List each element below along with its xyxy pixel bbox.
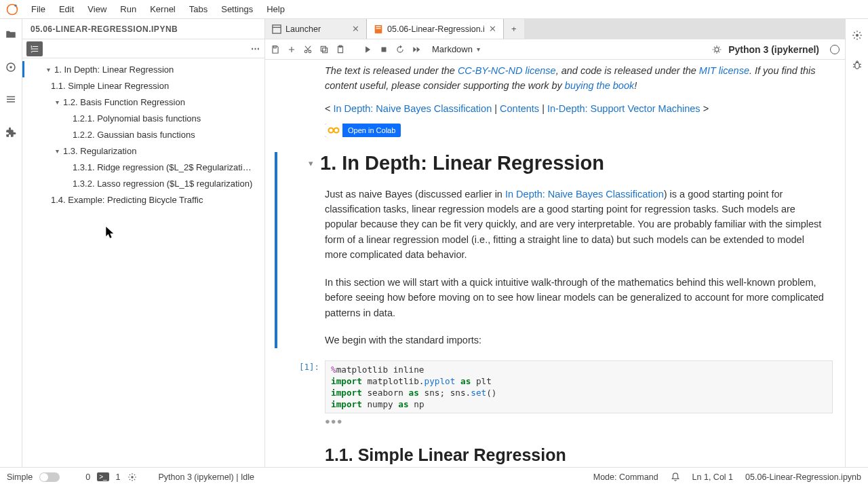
toc-item-label: 1.1. Simple Linear Regression	[51, 81, 169, 91]
code-prompt: [1]:	[295, 360, 325, 414]
toc-item-1-2-2[interactable]: 1.2.2. Gaussian basis functions	[22, 126, 264, 143]
close-icon[interactable]: ✕	[352, 24, 359, 34]
nav-next-link[interactable]: In-Depth: Support Vector Machines	[547, 103, 701, 114]
menu-settings[interactable]: Settings	[214, 1, 260, 17]
fast-forward-icon[interactable]	[412, 45, 421, 54]
toc-item-label: 1.3.2. Lasso regression ($L_1$ regulariz…	[73, 179, 252, 189]
status-line-col[interactable]: Ln 1, Col 1	[692, 472, 733, 482]
notification-icon[interactable]	[671, 472, 680, 482]
toc-item-1-3-2[interactable]: 1.3.2. Lasso regression ($L_1$ regulariz…	[22, 175, 264, 191]
status-kernel[interactable]: Python 3 (ipykernel) | Idle	[159, 472, 255, 482]
menu-kernel[interactable]: Kernel	[143, 1, 182, 17]
paste-icon[interactable]	[336, 45, 345, 54]
chevron-down-icon[interactable]: ▾	[309, 158, 313, 168]
toc-item-1-3[interactable]: ▾1.3. Regularization	[22, 143, 264, 159]
mouse-cursor-icon	[106, 227, 115, 240]
restart-icon[interactable]	[395, 45, 405, 54]
toc-tree: ▾1. In Depth: Linear Regression 1.1. Sim…	[22, 58, 264, 210]
svg-rect-11	[323, 48, 328, 52]
chapter-nav: < In Depth: Naive Bayes Classification |…	[275, 103, 833, 114]
folder-icon[interactable]	[5, 29, 17, 41]
svg-point-1	[14, 4, 16, 6]
toc-sidebar-header: 05.06-Linear-Regression.ipynb	[22, 19, 264, 39]
toc-more-button[interactable]: ⋯	[251, 43, 260, 54]
cell-type-select[interactable]: Markdown ▾	[432, 44, 480, 54]
menu-file[interactable]: File	[24, 1, 52, 17]
extensions-icon[interactable]	[5, 126, 17, 138]
toc-item-1-1[interactable]: 1.1. Simple Linear Regression	[22, 77, 264, 94]
tab-launcher[interactable]: Launcher ✕	[265, 19, 367, 39]
menu-tabs[interactable]: Tabs	[182, 1, 214, 17]
svg-rect-12	[321, 46, 326, 51]
jupyter-logo-icon	[5, 3, 19, 16]
svg-rect-7	[376, 28, 381, 29]
svg-point-21	[131, 476, 134, 479]
add-tab-button[interactable]: +	[504, 19, 524, 39]
notebook-intro-text: The text is released under the CC-BY-NC-…	[275, 64, 833, 94]
list-numbered-icon	[30, 44, 39, 54]
terminal-icon[interactable]: >_	[97, 472, 108, 481]
buy-book-link[interactable]: buying the book	[565, 80, 634, 91]
toc-item-label: 1.2.2. Gaussian basis functions	[73, 130, 195, 140]
markdown-cell-h1[interactable]: ▾ 1. In Depth: Linear Regression Just as…	[275, 152, 833, 348]
svg-point-18	[334, 128, 339, 132]
svg-rect-8	[274, 45, 277, 48]
collapsed-output-icon[interactable]: ●●●	[275, 416, 833, 426]
colab-badge-label: Open in Colab	[342, 124, 401, 137]
right-activity-bar	[845, 19, 868, 467]
license-cc-link[interactable]: CC-BY-NC-ND license	[458, 65, 556, 76]
running-icon[interactable]	[5, 61, 17, 73]
menu-help[interactable]: Help	[260, 1, 292, 17]
notebook-body[interactable]: The text is released under the CC-BY-NC-…	[265, 60, 845, 467]
naive-bayes-link[interactable]: In Depth: Naive Bayes Classification	[505, 189, 664, 200]
toc-item-label: 1.4. Example: Predicting Bicycle Traffic	[51, 195, 203, 205]
toc-item-label: 1.3. Regularization	[63, 146, 136, 156]
open-in-colab-badge[interactable]: Open in Colab	[325, 124, 401, 137]
svg-rect-15	[382, 47, 387, 52]
copy-icon[interactable]	[319, 45, 329, 54]
svg-point-20	[854, 62, 859, 69]
toc-item-1-3-1[interactable]: 1.3.1. Ridge regression ($L_2$ Regulariz…	[22, 159, 264, 175]
run-icon[interactable]	[363, 45, 372, 54]
toc-item-1[interactable]: ▾1. In Depth: Linear Regression	[22, 61, 264, 77]
chevron-down-icon: ▾	[52, 147, 62, 155]
cut-icon[interactable]	[303, 45, 313, 54]
toc-item-label: 1.2.1. Polynomial basis functions	[73, 113, 201, 124]
code-body[interactable]: %matplotlib inline import matplotlib.pyp…	[325, 360, 833, 414]
toc-item-1-4[interactable]: 1.4. Example: Predicting Bicycle Traffic	[22, 191, 264, 208]
lsp-status-icon[interactable]	[127, 472, 137, 482]
menu-edit[interactable]: Edit	[52, 1, 81, 17]
toc-item-1-2-1[interactable]: 1.2.1. Polynomial basis functions	[22, 110, 264, 126]
tab-bar: Launcher ✕ 05.06-Linear-Regression.i ✕ +	[265, 19, 845, 39]
code-cell[interactable]: [1]: %matplotlib inline import matplotli…	[275, 360, 833, 414]
svg-rect-6	[376, 26, 381, 26]
debugger-icon[interactable]	[852, 60, 863, 71]
launcher-icon	[272, 24, 281, 34]
nav-contents-link[interactable]: Contents	[500, 103, 539, 114]
toc-numbering-button[interactable]	[26, 41, 43, 56]
menu-view[interactable]: View	[81, 1, 113, 17]
toc-item-1-2[interactable]: ▾1.2. Basis Function Regression	[22, 94, 264, 110]
add-cell-icon[interactable]	[287, 45, 296, 54]
license-mit-link[interactable]: MIT license	[699, 65, 749, 76]
property-inspector-icon[interactable]	[852, 30, 863, 41]
simple-mode-toggle[interactable]	[39, 472, 60, 482]
menu-run[interactable]: Run	[113, 1, 143, 17]
svg-rect-4	[273, 24, 281, 33]
status-filename: 05.06-Linear-Regression.ipynb	[745, 472, 861, 482]
stop-icon[interactable]	[379, 45, 389, 54]
toc-icon[interactable]	[5, 94, 17, 106]
save-icon[interactable]	[271, 45, 280, 54]
toc-sidebar-toolbar: ⋯	[22, 39, 264, 58]
svg-point-16	[715, 48, 719, 52]
bug-icon[interactable]	[712, 45, 722, 54]
status-terminals-count: 1	[116, 472, 121, 482]
status-mode: Mode: Command	[593, 472, 658, 482]
nav-prev-link[interactable]: In Depth: Naive Bayes Classification	[334, 103, 492, 114]
svg-point-17	[329, 128, 334, 132]
close-icon[interactable]: ✕	[489, 24, 496, 34]
svg-rect-3	[10, 67, 12, 69]
kernel-name[interactable]: Python 3 (ipykernel)	[728, 44, 819, 55]
kernel-status-icon[interactable]	[830, 45, 840, 54]
tab-notebook[interactable]: 05.06-Linear-Regression.i ✕	[367, 19, 504, 39]
